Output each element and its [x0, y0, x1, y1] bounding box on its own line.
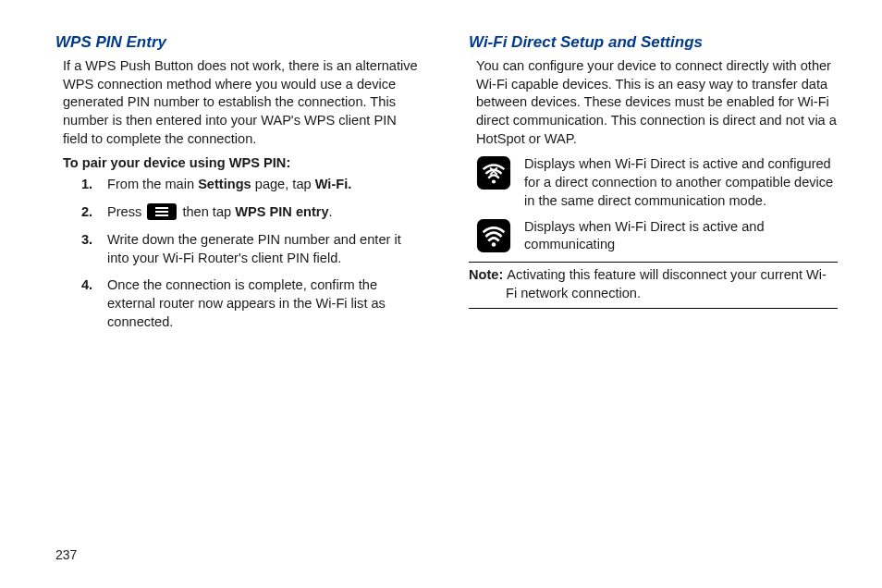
wifi-direct-active-configured-icon	[476, 155, 511, 190]
step-4-text: Once the connection is complete, confirm…	[107, 276, 424, 331]
step-2-text-d: .	[329, 204, 333, 219]
wps-subheading: To pair your device using WPS PIN:	[63, 155, 424, 170]
step-1-settings: Settings	[198, 177, 251, 191]
step-2-text-a: Press	[107, 204, 145, 219]
step-3-number: 3.	[81, 231, 96, 267]
note-text: Activating this feature will disconnect …	[506, 267, 827, 300]
step-1-number: 1.	[81, 176, 96, 194]
svg-point-3	[492, 242, 496, 247]
divider-top	[469, 262, 838, 263]
step-1-text-c: page, tap	[251, 177, 315, 191]
wifi-direct-intro: You can configure your device to connect…	[476, 57, 838, 148]
step-2-text-b: then tap	[178, 204, 235, 219]
page-number: 237	[55, 547, 77, 562]
wps-pin-entry-heading: WPS PIN Entry	[55, 33, 424, 52]
step-4-number: 4.	[81, 276, 96, 331]
step-1: 1. From the main Settings page, tap Wi-F…	[81, 176, 424, 194]
wifi-direct-icon-row-2: Displays when Wi-Fi Direct is active and…	[476, 218, 838, 254]
wps-intro-paragraph: If a WPS Push Button does not work, ther…	[63, 57, 424, 148]
wifi-direct-heading: Wi-Fi Direct Setup and Settings	[469, 33, 838, 52]
step-1-wifi: Wi-Fi.	[315, 177, 352, 191]
wifi-direct-icon2-desc: Displays when Wi-Fi Direct is active and…	[524, 218, 838, 254]
menu-icon	[147, 203, 177, 220]
step-2: 2. Press then tap WPS PIN entry.	[81, 203, 424, 222]
step-4: 4. Once the connection is complete, conf…	[81, 276, 424, 331]
step-2-wps-pin-entry: WPS PIN entry	[235, 204, 328, 219]
step-1-text-a: From the main	[107, 177, 198, 191]
note-block: Note: Activating this feature will disco…	[469, 266, 838, 302]
note-label: Note:	[469, 267, 507, 282]
step-3: 3. Write down the generate PIN number an…	[81, 231, 424, 267]
svg-rect-0	[477, 156, 510, 190]
divider-bottom	[469, 308, 838, 309]
wifi-direct-active-communicating-icon	[476, 218, 511, 253]
wifi-direct-icon-row-1: Displays when Wi-Fi Direct is active and…	[476, 155, 838, 210]
wifi-direct-icon1-desc: Displays when Wi-Fi Direct is active and…	[524, 155, 838, 210]
svg-rect-2	[477, 218, 510, 251]
step-2-number: 2.	[81, 203, 96, 222]
step-3-text: Write down the generate PIN number and e…	[107, 231, 424, 267]
svg-point-1	[492, 180, 496, 184]
